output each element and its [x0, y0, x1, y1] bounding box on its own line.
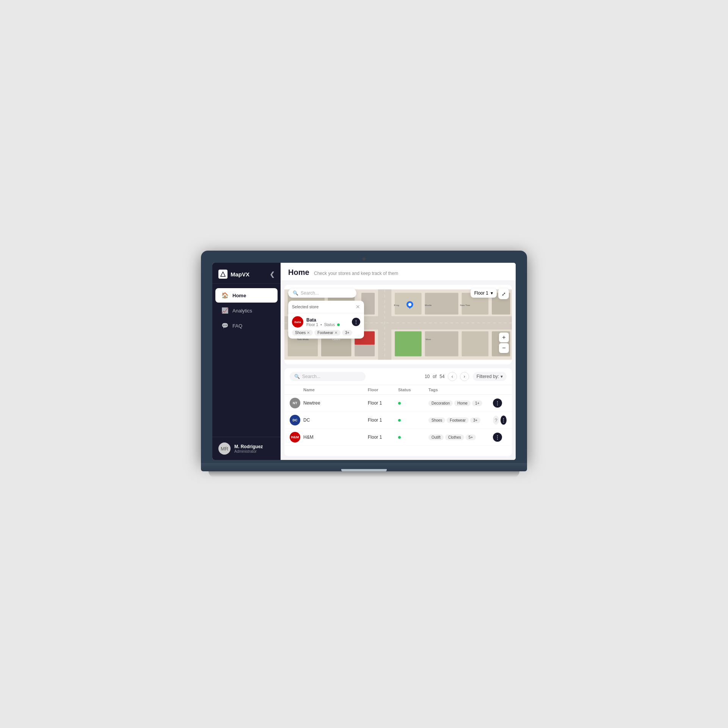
pagination-prev-button[interactable]: ‹	[448, 372, 457, 381]
sidebar-nav: 🏠 Home 📈 Analytics 💬 FAQ	[212, 284, 281, 437]
expand-icon: ⤢	[502, 291, 506, 297]
map-search-bar[interactable]: 🔍 Search...	[288, 289, 356, 298]
svg-rect-20	[395, 331, 422, 356]
table-search-icon: 🔍	[294, 374, 300, 379]
tag-outift: Outift	[428, 435, 444, 440]
tag-footwear-remove[interactable]: ✕	[334, 331, 337, 335]
laptop-shadow	[209, 471, 519, 477]
svg-text:Wom: Wom	[425, 338, 431, 340]
table-search-bar[interactable]: 🔍 Search...	[290, 372, 366, 381]
mapvx-logo-icon	[218, 270, 228, 279]
tag-home: Home	[454, 400, 471, 406]
row-tags-dc: Shoes Footwear 3+	[428, 417, 493, 423]
row-menu-button-newtree[interactable]: ⋮	[493, 399, 502, 408]
laptop-camera	[362, 257, 366, 260]
tag-more-newtree: 1+	[472, 400, 482, 406]
popup-header-label: Selected store	[292, 304, 318, 309]
popup-separator: •	[320, 323, 322, 327]
filter-chevron-icon: ▾	[500, 374, 503, 379]
floor-label: Floor 1	[474, 290, 488, 296]
row-menu-button-hm[interactable]: ⋮	[493, 433, 502, 442]
popup-store-info: Bata Floor 1 • Status	[306, 317, 349, 327]
row-floor-hm: Floor 1	[368, 435, 398, 440]
table-row: H&M H&M Floor 1 Outift Clothes 5+	[284, 429, 512, 446]
row-menu-button-dc[interactable]: ⋮	[500, 416, 507, 425]
status-dot-hm	[398, 436, 401, 439]
col-floor: Floor	[368, 388, 398, 392]
tag-shoes-remove[interactable]: ✕	[307, 331, 310, 335]
popup-status-dot	[337, 323, 340, 326]
row-tags-hm: Outift Clothes 5+	[428, 435, 493, 440]
map-search-placeholder: Search...	[301, 290, 319, 296]
pagination-current: 10	[425, 374, 430, 379]
table-row: NT Newtree Floor 1 Decoration Home 1+	[284, 395, 512, 412]
sidebar-item-analytics[interactable]: 📈 Analytics	[215, 303, 278, 318]
sidebar-item-home[interactable]: 🏠 Home	[215, 288, 278, 303]
filter-button[interactable]: Filtered by: ▾	[473, 372, 507, 381]
svg-text:New Tree: New Tree	[460, 304, 470, 306]
row-name-hm: H&M	[303, 435, 368, 440]
table-section: 🔍 Search... 10 of 54 ‹ ›	[284, 368, 512, 456]
svg-point-23	[408, 303, 411, 306]
pagination-total: 54	[439, 374, 444, 379]
popup-floor: Floor 1	[306, 323, 318, 327]
sidebar-user: MR M. Rodriguez Administrator	[212, 437, 281, 460]
help-badge: ?	[493, 416, 499, 425]
popup-body: Bata Bata Floor 1 • Status	[288, 313, 364, 339]
tag-more-dc: 3+	[470, 417, 480, 423]
store-popup: Selected store ✕ Bata Bata Floor 1	[288, 301, 364, 339]
col-icon	[290, 388, 303, 392]
popup-store-floor-status: Floor 1 • Status	[306, 323, 349, 327]
main-content: Home Check your stores and keep track of…	[281, 263, 516, 460]
popup-store-row: Bata Bata Floor 1 • Status	[292, 316, 360, 328]
home-icon: 🏠	[221, 292, 229, 299]
zoom-in-button[interactable]: +	[499, 333, 509, 342]
row-name-dc: DC	[303, 417, 368, 423]
row-logo-newtree: NT	[290, 398, 303, 408]
popup-tags: Shoes ✕ Footwear ✕ 3+	[292, 330, 360, 336]
tag-footwear: Footwear ✕	[314, 330, 340, 336]
status-dot-newtree	[398, 402, 401, 405]
row-menu-dc[interactable]: ? ⋮	[493, 416, 507, 425]
map-expand-button[interactable]: ⤢	[498, 289, 509, 299]
svg-rect-14	[425, 331, 458, 356]
popup-menu-button[interactable]: ⋮	[352, 318, 360, 326]
sidebar-item-faq[interactable]: 💬 FAQ	[215, 318, 278, 333]
col-name: Name	[303, 388, 368, 392]
tag-clothes: Clothes	[445, 435, 464, 440]
page-subtitle: Check your stores and keep track of them	[314, 271, 398, 276]
popup-status-label: Status	[324, 323, 335, 327]
user-name: M. Rodriguez	[234, 444, 263, 449]
chevron-down-icon: ▾	[491, 290, 493, 296]
pagination-next-button[interactable]: ›	[460, 372, 469, 381]
row-menu-newtree[interactable]: ⋮	[493, 399, 507, 408]
row-status-hm	[398, 435, 428, 440]
row-tags-newtree: Decoration Home 1+	[428, 400, 493, 406]
zoom-out-button[interactable]: −	[499, 343, 509, 353]
table-search-placeholder: Search...	[302, 374, 320, 379]
row-logo-hm: H&M	[290, 432, 303, 442]
page-title: Home	[288, 268, 309, 276]
row-logo-dc: DC	[290, 415, 303, 425]
table-header: Name Floor Status Tags	[284, 385, 512, 395]
tag-shoes-dc: Shoes	[428, 417, 445, 423]
map-section: Bath & Body Todo Moda Carter's IFrog Mou…	[284, 285, 512, 364]
table-rows: NT Newtree Floor 1 Decoration Home 1+	[284, 395, 512, 446]
svg-text:Moulie: Moulie	[425, 304, 432, 306]
user-info: M. Rodriguez Administrator	[234, 444, 263, 453]
popup-close-button[interactable]: ✕	[356, 304, 360, 310]
floor-selector[interactable]: Floor 1 ▾	[471, 289, 497, 298]
row-name-newtree: Newtree	[303, 400, 368, 406]
table-toolbar: 🔍 Search... 10 of 54 ‹ ›	[284, 368, 512, 385]
sidebar-app-name: MapVX	[231, 271, 249, 278]
user-avatar: MR	[218, 442, 231, 455]
user-role: Administrator	[234, 449, 263, 453]
row-menu-hm[interactable]: ⋮	[493, 433, 507, 442]
sidebar-collapse-button[interactable]: ❮	[270, 271, 275, 278]
map-zoom-controls: + −	[499, 333, 509, 353]
col-actions	[493, 388, 507, 392]
row-status-dc	[398, 417, 428, 423]
filter-label: Filtered by:	[477, 374, 499, 379]
tag-footwear-dc: Footwear	[447, 417, 469, 423]
tag-decoration: Decoration	[428, 400, 453, 406]
